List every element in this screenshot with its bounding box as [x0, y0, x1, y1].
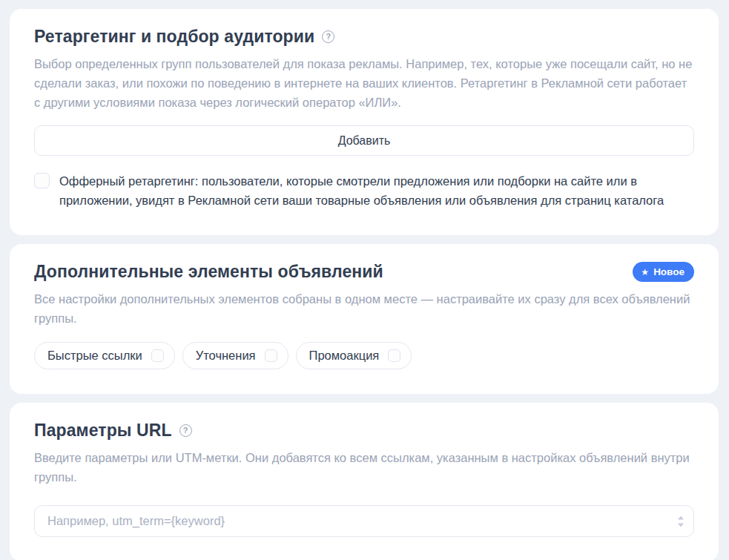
- chip-sitelinks-checkbox[interactable]: [151, 349, 164, 362]
- chip-callouts-checkbox[interactable]: [265, 349, 277, 362]
- chip-callouts[interactable]: Уточнения: [182, 342, 288, 369]
- chip-promotion-label: Промоакция: [309, 349, 380, 363]
- ad-elements-title: Дополнительные элементы объявлений: [34, 262, 383, 282]
- stepper-up-icon[interactable]: [678, 515, 684, 519]
- ad-elements-description: Все настройки дополнительных элементов с…: [34, 289, 694, 328]
- url-params-input-wrap: [34, 505, 694, 537]
- retargeting-title: Ретаргетинг и подбор аудитории: [34, 27, 314, 47]
- new-badge: ★ Новое: [633, 262, 694, 282]
- stepper-control: [678, 515, 684, 527]
- help-icon[interactable]: ?: [322, 30, 334, 43]
- chip-promotion-checkbox[interactable]: [388, 349, 400, 362]
- chip-promotion[interactable]: Промоакция: [296, 342, 412, 369]
- stepper-down-icon[interactable]: [678, 523, 684, 527]
- chip-sitelinks[interactable]: Быстрые ссылки: [34, 342, 175, 369]
- ad-elements-chips: Быстрые ссылки Уточнения Промоакция: [34, 342, 694, 369]
- url-params-title: Параметры URL: [34, 421, 172, 441]
- star-icon: ★: [641, 268, 649, 277]
- url-params-card: Параметры URL ? Введите параметры или UT…: [10, 403, 719, 560]
- chip-sitelinks-label: Быстрые ссылки: [47, 349, 142, 363]
- new-badge-label: Новое: [653, 266, 685, 277]
- offer-retargeting-label[interactable]: Офферный ретаргетинг: пользователи, кото…: [59, 171, 694, 210]
- offer-retargeting-row: Офферный ретаргетинг: пользователи, кото…: [34, 171, 694, 210]
- ad-elements-card: Дополнительные элементы объявлений ★ Нов…: [10, 244, 719, 394]
- retargeting-description: Выбор определенных групп пользователей д…: [34, 54, 694, 112]
- url-params-input[interactable]: [34, 505, 694, 537]
- add-retargeting-button[interactable]: Добавить: [34, 125, 694, 156]
- chip-callouts-label: Уточнения: [196, 349, 256, 363]
- retargeting-card: Ретаргетинг и подбор аудитории ? Выбор о…: [10, 9, 719, 235]
- url-params-description: Введите параметры или UTM-метки. Они доб…: [34, 448, 694, 487]
- offer-retargeting-checkbox[interactable]: [34, 173, 50, 188]
- help-icon[interactable]: ?: [179, 424, 192, 437]
